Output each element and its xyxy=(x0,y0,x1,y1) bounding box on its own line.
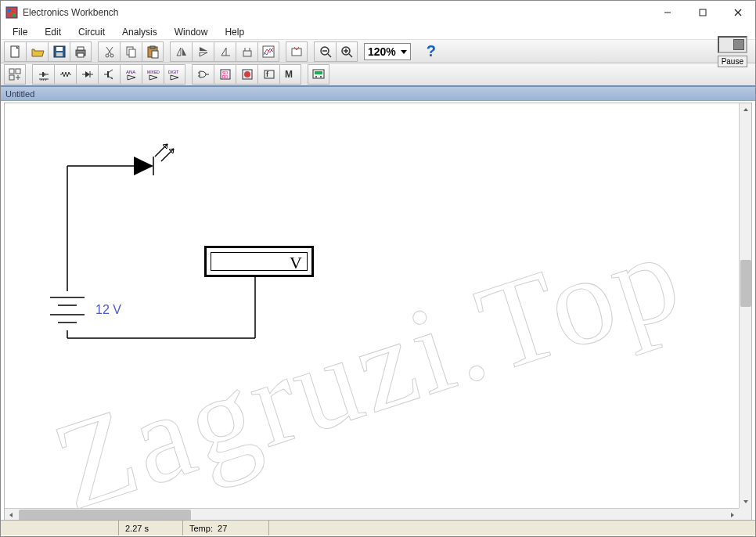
source-voltage-label: 12 V xyxy=(95,303,121,317)
status-time: 2.27 s xyxy=(118,521,182,535)
component-properties-button[interactable] xyxy=(286,41,308,62)
vertical-scroll-thumb[interactable] xyxy=(740,260,751,307)
basic-button[interactable] xyxy=(54,64,76,85)
window-title: Electronics Workbench xyxy=(23,7,650,18)
vertical-scrollbar[interactable] xyxy=(739,103,751,508)
svg-line-35 xyxy=(349,54,352,57)
svg-text:M: M xyxy=(285,69,293,80)
menu-edit[interactable]: Edit xyxy=(38,25,68,39)
zoom-out-button[interactable] xyxy=(314,41,336,62)
window-titlebar: Electronics Workbench xyxy=(1,1,755,24)
sources-button[interactable] xyxy=(32,64,54,85)
svg-rect-24 xyxy=(243,51,251,56)
svg-line-82 xyxy=(155,144,167,157)
status-temp: Temp: 27 xyxy=(182,521,268,535)
svg-rect-37 xyxy=(16,69,20,74)
svg-rect-12 xyxy=(77,47,84,50)
svg-rect-13 xyxy=(77,53,84,57)
svg-rect-67 xyxy=(315,71,322,74)
svg-rect-22 xyxy=(152,51,158,58)
open-button[interactable] xyxy=(26,41,48,62)
svg-text:ANA: ANA xyxy=(126,70,135,74)
scrollbar-corner xyxy=(739,508,751,521)
svg-text:MIXED: MIXED xyxy=(147,70,160,74)
canvas-container: Zagruzi.Top xyxy=(4,103,752,521)
mixed-ics-button[interactable]: MIXED xyxy=(142,64,164,85)
svg-rect-1 xyxy=(8,9,11,12)
svg-text:f: f xyxy=(266,70,269,78)
document-area: Untitled Zagruzi.Top xyxy=(1,87,755,535)
svg-line-31 xyxy=(328,54,331,57)
subcircuit-button[interactable] xyxy=(236,41,257,62)
zoom-in-button[interactable] xyxy=(336,41,358,62)
save-button[interactable] xyxy=(48,41,70,62)
window-maximize-button[interactable] xyxy=(685,1,720,24)
svg-rect-2 xyxy=(13,13,16,16)
menu-help[interactable]: Help xyxy=(218,25,251,39)
document-title: Untitled xyxy=(5,89,34,99)
indicators-button[interactable] xyxy=(236,64,257,85)
copy-button[interactable] xyxy=(120,41,142,62)
voltmeter-label: V xyxy=(290,253,302,273)
digital-ics-button[interactable]: DIGIT xyxy=(164,64,185,85)
svg-rect-36 xyxy=(9,69,14,74)
menu-file[interactable]: File xyxy=(5,25,34,39)
flip-vertical-button[interactable] xyxy=(192,41,214,62)
menu-window[interactable]: Window xyxy=(167,25,215,39)
analog-ics-button[interactable]: ANA xyxy=(120,64,142,85)
app-icon xyxy=(5,6,18,19)
graph-button[interactable] xyxy=(257,41,279,62)
voltmeter-instrument[interactable]: V xyxy=(204,246,314,277)
svg-rect-4 xyxy=(700,9,706,16)
help-button[interactable]: ? xyxy=(420,41,442,62)
document-titlebar: Untitled xyxy=(1,87,755,101)
svg-point-62 xyxy=(244,71,250,77)
scroll-up-arrow[interactable] xyxy=(740,103,751,116)
scroll-down-arrow[interactable] xyxy=(740,496,751,508)
cut-button[interactable] xyxy=(98,41,120,62)
horizontal-scrollbar[interactable] xyxy=(5,508,739,521)
circuit-canvas[interactable]: Zagruzi.Top xyxy=(5,103,739,508)
print-button[interactable] xyxy=(70,41,92,62)
favorites-button[interactable] xyxy=(4,64,26,85)
zoom-select[interactable]: 120% xyxy=(364,43,411,60)
svg-rect-38 xyxy=(9,75,14,80)
svg-point-17 xyxy=(110,54,113,57)
controls-button[interactable]: f xyxy=(257,64,279,85)
rotate-button[interactable] xyxy=(214,41,236,62)
toolbar-main: 120% ? Pause xyxy=(1,40,755,63)
svg-rect-19 xyxy=(129,49,135,57)
svg-point-68 xyxy=(315,76,317,77)
window-minimize-button[interactable] xyxy=(650,1,685,24)
svg-text:RO: RO xyxy=(222,74,229,79)
svg-rect-9 xyxy=(56,47,63,51)
svg-rect-10 xyxy=(56,52,63,56)
new-button[interactable] xyxy=(4,41,26,62)
toolbar-components: ANA MIXED DIGIT SORO f M xyxy=(1,63,755,87)
svg-rect-21 xyxy=(150,46,155,49)
paste-button[interactable] xyxy=(142,41,164,62)
svg-point-16 xyxy=(106,54,109,57)
horizontal-scroll-thumb[interactable] xyxy=(19,510,191,521)
statusbar: 2.27 s Temp: 27 xyxy=(1,520,755,535)
diodes-button[interactable] xyxy=(76,64,98,85)
zoom-value: 120% xyxy=(368,45,396,58)
miscellaneous-button[interactable]: M xyxy=(279,64,301,85)
svg-text:DIGIT: DIGIT xyxy=(168,70,178,74)
digital-button[interactable]: SORO xyxy=(214,64,236,85)
flip-horizontal-button[interactable] xyxy=(170,41,192,62)
window-close-button[interactable] xyxy=(720,1,755,24)
transistors-button[interactable] xyxy=(98,64,120,85)
menu-analysis[interactable]: Analysis xyxy=(115,25,164,39)
pause-button[interactable]: Pause xyxy=(718,56,747,67)
menu-circuit[interactable]: Circuit xyxy=(71,25,112,39)
instruments-button[interactable] xyxy=(308,64,329,85)
status-temp-value: 27 xyxy=(218,524,227,533)
svg-line-83 xyxy=(161,149,174,161)
logic-gates-button[interactable] xyxy=(192,64,214,85)
menubar: File Edit Circuit Analysis Window Help xyxy=(1,24,755,40)
power-switch[interactable] xyxy=(718,36,747,53)
status-temp-label: Temp: xyxy=(189,524,213,533)
svg-point-69 xyxy=(320,76,322,77)
